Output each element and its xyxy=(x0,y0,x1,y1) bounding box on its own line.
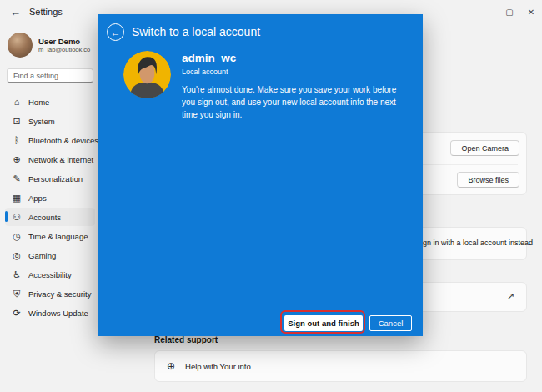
cancel-button[interactable]: Cancel xyxy=(369,315,412,331)
sidebar-item-accessibility[interactable]: ♿ Accessibility xyxy=(5,265,95,284)
sidebar-item-time-language[interactable]: ◷ Time & language xyxy=(5,227,95,245)
external-link-icon: ↗ xyxy=(507,291,514,302)
sidebar-item-label: Personalization xyxy=(28,174,83,183)
sidebar: User Demo m_lab@outlook.co ⌂ Home ⊡ Syst… xyxy=(0,23,100,392)
sidebar-item-accounts[interactable]: ⚇ Accounts xyxy=(5,208,95,226)
minimize-button[interactable]: – xyxy=(477,0,499,23)
network-icon: ⊕ xyxy=(12,154,22,165)
sidebar-item-bluetooth[interactable]: ᛒ Bluetooth & devices xyxy=(5,131,95,149)
bluetooth-icon: ᛒ xyxy=(12,135,22,145)
sidebar-item-label: System xyxy=(28,117,55,126)
user-profile[interactable]: User Demo m_lab@outlook.co xyxy=(0,30,100,60)
user-name: User Demo xyxy=(38,37,90,46)
dialog-message: You're almost done. Make sure you save y… xyxy=(182,83,405,121)
account-name: admin_wc xyxy=(182,52,236,64)
settings-window: ← Settings – ▢ ✕ User Demo m_lab@outlook… xyxy=(0,0,542,392)
person-illustration-icon xyxy=(123,51,171,98)
sidebar-item-home[interactable]: ⌂ Home xyxy=(5,93,95,111)
dialog-back-button[interactable]: ← xyxy=(107,23,124,41)
apps-icon: ▦ xyxy=(12,193,22,204)
sidebar-item-label: Network & internet xyxy=(28,155,93,164)
switch-local-account-dialog: ← Switch to a local account admin_wc Loc… xyxy=(98,14,423,336)
personalization-icon: ✎ xyxy=(12,173,22,184)
open-camera-button[interactable]: Open Camera xyxy=(450,140,519,156)
help-card[interactable]: ⊕ Help with Your info xyxy=(154,350,527,382)
sidebar-item-windows-update[interactable]: ⟳ Windows Update xyxy=(5,304,95,322)
sidebar-item-system[interactable]: ⊡ System xyxy=(5,112,95,130)
window-controls: – ▢ ✕ xyxy=(477,0,542,23)
dialog-title: Switch to a local account xyxy=(132,25,260,38)
sign-out-finish-button[interactable]: Sign out and finish xyxy=(284,315,363,331)
sidebar-item-label: Gaming xyxy=(28,251,56,260)
account-type: Local account xyxy=(182,68,228,76)
back-arrow-icon: ← xyxy=(111,27,121,38)
sidebar-item-label: Accounts xyxy=(28,213,61,222)
sidebar-item-network[interactable]: ⊕ Network & internet xyxy=(5,150,95,168)
back-icon[interactable]: ← xyxy=(10,6,21,18)
close-button[interactable]: ✕ xyxy=(520,0,542,23)
sidebar-item-label: Home xyxy=(28,98,49,107)
related-support-title: Related support xyxy=(154,335,218,344)
sidebar-item-label: Windows Update xyxy=(28,309,88,318)
browse-files-button[interactable]: Browse files xyxy=(457,172,519,188)
globe-icon: ⊕ xyxy=(167,360,175,372)
maximize-button[interactable]: ▢ xyxy=(499,0,520,23)
help-card-label: Help with Your info xyxy=(185,362,251,371)
windows-update-icon: ⟳ xyxy=(12,308,22,319)
sidebar-item-label: Privacy & security xyxy=(28,289,92,299)
accounts-icon: ⚇ xyxy=(12,212,22,223)
sidebar-item-label: Apps xyxy=(28,193,47,203)
sidebar-item-label: Bluetooth & devices xyxy=(28,136,98,145)
privacy-security-icon: ⛨ xyxy=(12,289,22,299)
home-icon: ⌂ xyxy=(12,97,22,107)
user-avatar xyxy=(8,33,33,58)
time-language-icon: ◷ xyxy=(12,231,22,242)
sidebar-item-apps[interactable]: ▦ Apps xyxy=(5,188,95,207)
sidebar-item-label: Accessibility xyxy=(28,270,72,279)
sidebar-item-privacy[interactable]: ⛨ Privacy & security xyxy=(5,284,95,303)
sidebar-item-gaming[interactable]: ◎ Gaming xyxy=(5,246,95,264)
sidebar-item-personalization[interactable]: ✎ Personalization xyxy=(5,169,95,188)
gaming-icon: ◎ xyxy=(12,250,22,261)
search-input[interactable] xyxy=(7,68,93,83)
system-icon: ⊡ xyxy=(12,116,22,127)
local-account-link[interactable]: Sign in with a local account instead xyxy=(416,239,533,247)
sidebar-nav: ⌂ Home ⊡ System ᛒ Bluetooth & devices ⊕ … xyxy=(0,93,100,322)
account-avatar xyxy=(123,51,171,98)
sidebar-item-label: Time & language xyxy=(28,232,88,241)
user-email: m_lab@outlook.co xyxy=(38,46,90,53)
window-title: Settings xyxy=(29,7,63,17)
accessibility-icon: ♿ xyxy=(12,269,22,280)
